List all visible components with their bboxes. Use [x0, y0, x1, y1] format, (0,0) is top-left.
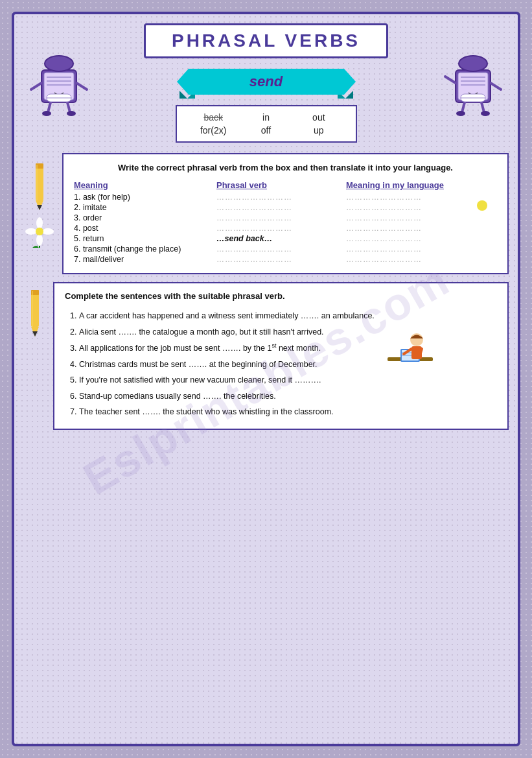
phrasal-1: ………………………	[216, 193, 346, 202]
svg-point-31	[456, 111, 465, 116]
phrasal-7: ………………………	[216, 255, 346, 264]
svg-rect-50	[36, 165, 38, 200]
svg-point-15	[45, 56, 73, 71]
pencil-left	[23, 160, 56, 248]
svg-line-9	[31, 83, 41, 89]
svg-point-54	[25, 228, 37, 235]
particles-box: back in out for(2x) off up	[176, 105, 357, 143]
svg-point-53	[36, 234, 43, 246]
table-row: 3. order ……………………… ………………………	[74, 213, 497, 222]
main-title-box: PHRASAL VERBS	[144, 23, 388, 58]
outer-border: Eslprintables.com	[12, 12, 520, 746]
svg-marker-61	[32, 331, 38, 337]
meaning-1: 1. ask (for help)	[74, 193, 216, 202]
list-item: Stand-up comedians usually send ……. the …	[79, 389, 375, 404]
main-title: PHRASAL VERBS	[172, 30, 360, 51]
list-item: A car accident has happened and a witnes…	[79, 309, 375, 324]
svg-point-14	[67, 111, 76, 116]
phrasal-3: ………………………	[216, 213, 346, 222]
flower-decoration-right	[459, 183, 505, 231]
mascot-left	[23, 47, 95, 119]
header: PHRASAL VERBS send back in out for(2x) o…	[23, 23, 509, 143]
table-header: Meaning Phrasal verb Meaning in my langu…	[74, 180, 497, 190]
svg-marker-48	[37, 205, 42, 210]
phrasal-2: ………………………	[216, 203, 346, 212]
particle-up: up	[295, 124, 342, 136]
mascot-right	[437, 47, 509, 119]
particle-off: off	[242, 124, 290, 136]
svg-point-45	[477, 200, 487, 211]
pencil-icon-left	[28, 160, 51, 211]
section1-instruction: Write the correct phrasal verb from the …	[74, 162, 497, 174]
section2-content-row: A car accident has happened and a witnes…	[65, 309, 497, 421]
list-item: All applications for the job must be sen…	[79, 340, 375, 356]
particle-in: in	[242, 112, 290, 123]
list-item: Christmas cards must be sent ……. at the …	[79, 357, 375, 372]
section-1: Write the correct phrasal verb from the …	[23, 153, 509, 274]
pencil-icon-left-2	[23, 286, 47, 338]
phrasal-6: ………………………	[216, 244, 346, 254]
pencil-left-2	[23, 286, 47, 338]
flower-icon-left	[23, 215, 56, 248]
verb-label: send	[249, 73, 283, 90]
svg-line-28	[491, 83, 501, 89]
translation-6: ………………………	[346, 244, 497, 254]
list-item: If you're not satisfied with your new va…	[79, 373, 375, 388]
translation-5: ………………………	[346, 234, 497, 243]
ribbon: send	[189, 69, 344, 95]
svg-line-10	[76, 83, 87, 89]
section1-box: Write the correct phrasal verb from the …	[62, 153, 509, 274]
section2-instruction: Complete the sentences with the suitable…	[65, 291, 497, 301]
translation-7: ………………………	[346, 255, 497, 264]
section-2: Complete the sentences with the suitable…	[23, 282, 509, 430]
svg-point-33	[459, 56, 487, 71]
meaning-6: 6. transmit (change the place)	[74, 244, 216, 254]
section2-box: Complete the sentences with the suitable…	[53, 282, 509, 430]
ribbon-container: send	[176, 65, 357, 99]
svg-line-12	[67, 102, 70, 112]
svg-point-13	[42, 111, 51, 116]
sentence-list: A car accident has happened and a witnes…	[65, 309, 375, 421]
phrasal-4: ………………………	[216, 224, 346, 233]
svg-rect-63	[32, 291, 33, 327]
particle-out: out	[295, 112, 342, 123]
title-area: PHRASAL VERBS send back in out for(2x) o…	[95, 23, 437, 143]
phrasal-5: …send back…	[216, 234, 346, 243]
svg-point-32	[481, 111, 490, 116]
list-item: The teacher sent ……. the student who was…	[79, 405, 375, 420]
student-illustration	[381, 322, 439, 373]
meaning-5: 5. return	[74, 234, 216, 243]
particle-back: back	[190, 112, 237, 123]
svg-line-29	[462, 102, 465, 112]
table-row: 6. transmit (change the place) …………………………	[74, 244, 497, 254]
table-row: 4. post ……………………… ………………………	[74, 224, 497, 233]
svg-point-55	[42, 228, 54, 235]
col-header-phrasal: Phrasal verb	[216, 180, 346, 190]
meaning-2: 2. imitate	[74, 203, 216, 212]
list-item: Alicia sent ……. the catalogue a month ag…	[79, 325, 375, 340]
svg-line-11	[48, 102, 51, 112]
table-row: 2. imitate ……………………… ………………………	[74, 203, 497, 212]
svg-point-52	[36, 217, 43, 229]
col-header-meaning: Meaning	[74, 180, 216, 190]
svg-line-27	[445, 77, 456, 83]
meaning-7: 7. mail/deliver	[74, 255, 216, 264]
meaning-3: 3. order	[74, 213, 216, 222]
svg-point-56	[36, 228, 43, 235]
table-row: 7. mail/deliver ……………………… ………………………	[74, 255, 497, 264]
table-row: 5. return …send back… ………………………	[74, 234, 497, 243]
table-row: 1. ask (for help) ……………………… ………………………	[74, 193, 497, 202]
particle-for2x: for(2x)	[190, 124, 237, 136]
meaning-4: 4. post	[74, 224, 216, 233]
svg-line-30	[481, 102, 484, 112]
